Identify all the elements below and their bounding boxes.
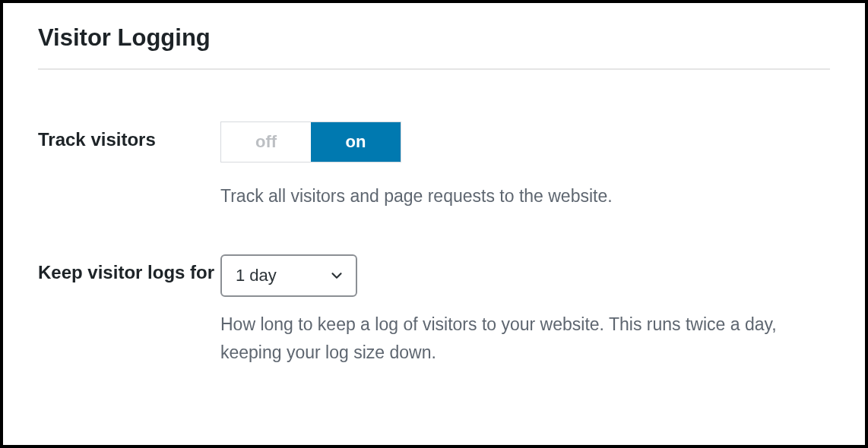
keep-logs-label: Keep visitor logs for [38, 254, 220, 285]
section-title: Visitor Logging [38, 24, 830, 52]
divider [38, 68, 830, 70]
track-visitors-label: Track visitors [38, 121, 220, 152]
toggle-on-option[interactable]: on [311, 122, 401, 162]
keep-logs-row: Keep visitor logs for 1 day How long to … [38, 254, 830, 367]
track-visitors-row: Track visitors off on Track all visitors… [38, 121, 830, 210]
keep-logs-description: How long to keep a log of visitors to yo… [220, 311, 830, 367]
chevron-down-icon [328, 267, 345, 284]
toggle-off-option[interactable]: off [221, 122, 311, 162]
keep-logs-select[interactable]: 1 day [220, 254, 357, 297]
keep-logs-select-value: 1 day [236, 266, 277, 286]
visitor-logging-panel: Visitor Logging Track visitors off on Tr… [0, 0, 868, 448]
track-visitors-toggle[interactable]: off on [220, 121, 401, 162]
track-visitors-content: off on Track all visitors and page reque… [220, 121, 830, 210]
keep-logs-content: 1 day How long to keep a log of visitors… [220, 254, 830, 367]
track-visitors-description: Track all visitors and page requests to … [220, 182, 830, 210]
